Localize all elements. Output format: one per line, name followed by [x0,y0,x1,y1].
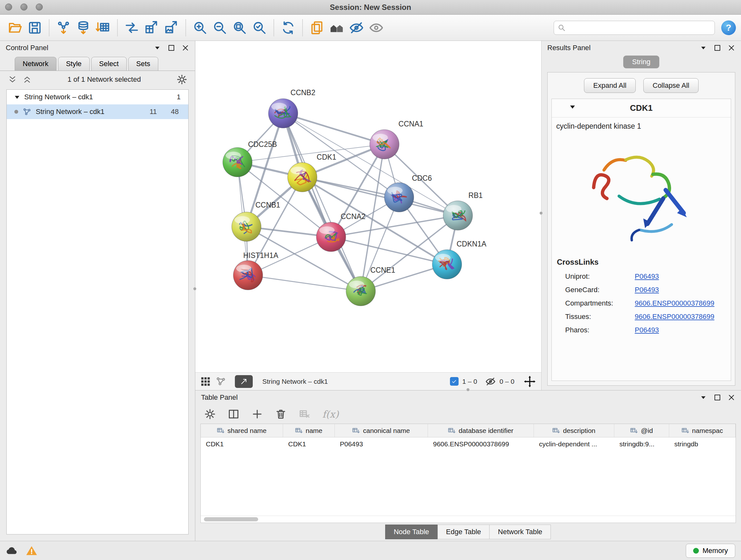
panel-float-icon[interactable] [714,394,721,401]
tab-network-table[interactable]: Network Table [489,524,551,539]
network-share-icon[interactable] [216,376,226,387]
minimize-window-button[interactable] [20,3,27,10]
close-window-button[interactable] [5,3,12,10]
network-graph[interactable]: CCNB2CCNA1CDC25BCDK1CDC6RB1CCNB1CCNA2CDK… [195,41,541,372]
gene-section-header[interactable]: CDK1 [552,99,731,118]
import-network-file-button[interactable] [54,18,73,38]
collapse-arrow-icon[interactable] [569,105,576,109]
refresh-icon [281,20,295,35]
table-cell: stringdb:9... [614,437,669,451]
column-header-database-identifier[interactable]: database identifier [428,424,534,437]
splitter-handle[interactable] [467,388,469,391]
hidden-eye-slash-icon[interactable] [485,376,495,387]
add-column-icon[interactable] [252,408,263,420]
collapse-all-icon[interactable] [8,75,17,84]
export-table-button[interactable] [142,18,161,38]
warning-icon[interactable] [25,545,38,557]
app-window: Session: New Session ? [0,0,741,560]
panel-menu-icon[interactable] [699,394,707,401]
column-header-id[interactable]: @id [614,424,669,437]
refresh-button[interactable] [278,18,298,38]
save-session-button[interactable] [25,18,45,38]
toolbar-separator [185,19,186,37]
collapse-all-button[interactable]: Collapse All [643,78,698,93]
panel-close-icon[interactable] [182,44,189,52]
tab-network[interactable]: Network [15,57,57,71]
genecard-link[interactable]: P06493 [635,286,659,294]
import-table-button[interactable] [93,18,113,38]
open-in-window-button[interactable] [235,375,253,388]
selected-nodes-checkbox[interactable] [450,377,459,386]
home-button[interactable] [327,18,347,38]
split-column-icon[interactable] [228,408,239,420]
splitter-handle[interactable] [540,212,542,214]
memory-button[interactable]: Memory [686,544,735,558]
collapse-arrow-icon[interactable] [14,95,20,99]
panel-float-icon[interactable] [167,44,175,52]
column-label: database identifier [459,427,514,435]
zoom-fit-button[interactable] [230,18,250,38]
network-collection-row[interactable]: String Network – cdk1 1 [7,90,188,105]
splitter-handle[interactable] [193,287,196,290]
table-row[interactable]: CDK1 CDK1 P06493 9606.ENSP00000378699 cy… [201,437,736,451]
scrollbar-thumb[interactable] [204,517,258,521]
panel-menu-icon[interactable] [699,44,707,52]
node-table: shared name name canonical name database… [200,424,736,523]
search-input[interactable] [568,24,711,32]
import-network-database-button[interactable] [73,18,93,38]
hide-details-button[interactable] [347,18,366,38]
column-header-namespace[interactable]: namespac [669,424,736,437]
zoom-in-icon [193,20,207,35]
network-counts: 11 48 [150,108,181,116]
tab-edge-table[interactable]: Edge Table [437,524,490,539]
expand-all-button[interactable]: Expand All [584,78,636,93]
tab-node-table[interactable]: Node Table [385,524,438,539]
grid-view-icon[interactable] [200,376,211,387]
tab-select[interactable]: Select [91,57,127,71]
network-row[interactable]: String Network – cdk1 11 48 [7,105,188,119]
svg-text:CCNA2: CCNA2 [340,212,365,221]
pharos-link[interactable]: P06493 [635,326,659,334]
cloud-icon[interactable] [6,545,18,557]
compartments-link[interactable]: 9606.ENSP00000378699 [635,299,715,307]
panel-menu-icon[interactable] [153,44,161,52]
tissues-link[interactable]: 9606.ENSP00000378699 [635,313,715,321]
tab-sets[interactable]: Sets [128,57,158,71]
help-button[interactable]: ? [721,20,736,35]
crosslink-label: Uniprot: [565,272,635,281]
gear-icon[interactable] [177,74,187,85]
zoom-window-button[interactable] [36,3,43,10]
eye-slash-icon [349,20,364,35]
protein-structure-image [573,134,710,249]
tab-string[interactable]: String [623,56,659,68]
gear-icon[interactable] [204,408,216,420]
column-header-name[interactable]: name [283,424,335,437]
copy-document-button[interactable] [307,18,327,38]
tab-style[interactable]: Style [58,57,90,71]
uniprot-link[interactable]: P06493 [635,272,659,281]
zoom-selected-button[interactable] [250,18,269,38]
collection-count: 1 [177,93,181,101]
column-type-icon [682,428,689,434]
network-from-selection-button[interactable] [122,18,142,38]
export-image-button[interactable] [161,18,181,38]
show-details-button[interactable] [366,18,386,38]
window-controls [5,3,43,10]
svg-text:CCNA1: CCNA1 [399,120,423,128]
panel-float-icon[interactable] [714,44,721,52]
trash-icon[interactable] [275,408,286,420]
column-header-canonical-name[interactable]: canonical name [335,424,428,437]
expand-all-icon[interactable] [22,75,32,84]
network-counters: 1 – 0 0 – 0 [450,375,536,388]
column-header-description[interactable]: description [534,424,614,437]
zoom-in-button[interactable] [190,18,210,38]
pan-move-icon[interactable] [523,375,536,388]
network-canvas[interactable]: CCNB2CCNA1CDC25BCDK1CDC6RB1CCNB1CCNA2CDK… [195,41,541,372]
panel-close-icon[interactable] [728,44,735,52]
panel-close-icon[interactable] [728,394,735,401]
horizontal-scrollbar[interactable] [201,516,736,523]
column-header-shared-name[interactable]: shared name [201,424,283,437]
network-view-title: String Network – cdk1 [262,378,328,385]
zoom-out-button[interactable] [210,18,230,38]
open-session-button[interactable] [5,18,25,38]
